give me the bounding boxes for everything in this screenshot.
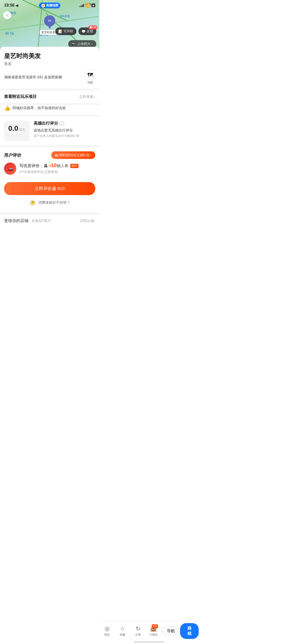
rating-desc: 该地点暂无高德出行评分 bbox=[34, 128, 95, 133]
nearby-section: 查看附近玩乐项目 立即查看 › bbox=[0, 91, 99, 105]
map-pin-icon: ✂ bbox=[44, 15, 55, 26]
review-sub-text: a**完成优质评论,已获奖励 bbox=[19, 170, 95, 174]
rating-info: 高德出行评分 i 该地点暂无高德出行评分 基于过来人的真实出行大数据计算 bbox=[34, 121, 95, 138]
shop-category: 美发 bbox=[4, 62, 95, 66]
rating-title: 高德出行评分 bbox=[34, 121, 58, 126]
store-chevron-icon: › bbox=[94, 219, 95, 223]
map-pin-triangle bbox=[48, 26, 51, 29]
star-1: ☆ bbox=[8, 134, 11, 138]
shop-header: 皇艺时尚美发 美发 湖南省娄底市涟源市 031 县道西南侧 🗺 地图 bbox=[0, 47, 99, 91]
store-section-preview: 笼络你的店铺 共有6/7用户 立即认领 › bbox=[0, 214, 99, 227]
nearby-title: 查看附近玩乐项目 bbox=[4, 94, 37, 99]
limited-badge: 限时 bbox=[70, 164, 78, 168]
signal-icon bbox=[79, 4, 84, 7]
shop-address-row: 湖南省娄底市涟源市 031 县道西南侧 🗺 地图 bbox=[4, 70, 95, 84]
review-header: 用户评价 🎟 限时抢50元立减红包 › bbox=[4, 151, 95, 159]
rating-sub: 基于过来人的真实出行大数据计算 bbox=[34, 134, 95, 138]
write-icon: 📝 bbox=[58, 30, 62, 33]
status-icons: 📶 ■ bbox=[79, 3, 95, 7]
chevron-icon: › bbox=[94, 95, 95, 99]
write-review-button[interactable]: 📝 写评价 bbox=[55, 27, 76, 35]
feedback-icon: 💬 bbox=[82, 30, 86, 33]
experience-icon: 🤔 bbox=[29, 199, 36, 206]
map-icon-button[interactable]: 🗺 地图 bbox=[85, 70, 95, 84]
info-icon[interactable]: i bbox=[60, 121, 64, 126]
location-icon: ◀ bbox=[16, 4, 18, 7]
rating-title-row: 高德出行评分 i bbox=[34, 121, 95, 126]
star-4: ☆ bbox=[19, 134, 22, 138]
write-review-card: 🚗 写优质评价，赢 ¥10丽人券 限时 a**完成优质评论,已获奖励 bbox=[4, 163, 95, 179]
map-action-buttons: 📝 写评价 💬 反馈 赢¥10 bbox=[55, 27, 96, 35]
status-time: 19:56 ◀ bbox=[4, 3, 18, 8]
rating-temp-label: 暂无 bbox=[19, 128, 25, 132]
review-section-title: 用户评价 bbox=[4, 152, 21, 158]
status-bar: 19:56 ◀ 📶 ■ bbox=[0, 0, 99, 9]
user-avatar: 🚗 bbox=[4, 163, 16, 175]
wifi-icon: 📶 bbox=[86, 3, 90, 7]
feedback-button[interactable]: 💬 反馈 赢¥10 bbox=[78, 27, 96, 35]
coupon-arrow: › bbox=[91, 153, 92, 157]
nearby-link[interactable]: 立即查看 › bbox=[79, 95, 95, 99]
cta-review-button[interactable]: 立即评价赢 ¥10 bbox=[4, 182, 95, 195]
nearby-desc: 同城好店推荐，你不知道的好去处 bbox=[12, 106, 66, 110]
map-icon: 🗺 bbox=[85, 70, 95, 80]
nearby-subtitle: 👍 同城好店推荐，你不知道的好去处 bbox=[0, 105, 99, 117]
experience-row: 🤔 消费体验好不好呀？ bbox=[4, 198, 95, 208]
rating-box: 0.0 暂无 ☆ ☆ ☆ ☆ ☆ bbox=[4, 121, 30, 141]
star-2: ☆ bbox=[11, 134, 15, 138]
review-section: 用户评价 🎟 限时抢50元立减红包 › 🚗 写优质评价，赢 ¥10丽人券 限时 … bbox=[0, 147, 99, 214]
rating-stars: ☆ ☆ ☆ ☆ ☆ bbox=[8, 134, 26, 138]
star-5: ☆ bbox=[23, 134, 26, 138]
star-3: ☆ bbox=[15, 134, 19, 138]
coupon-button[interactable]: 🎟 限时抢50元立减红包 › bbox=[51, 151, 95, 159]
rating-section: 0.0 暂无 ☆ ☆ ☆ ☆ ☆ 高德出行评分 i 该地点暂无高德出行评分 基于… bbox=[0, 117, 99, 147]
main-content: 皇艺时尚美发 美发 湖南省娄底市涟源市 031 县道西南侧 🗺 地图 查看附近玩… bbox=[0, 47, 99, 247]
reward-badge: 赢¥10 bbox=[88, 25, 97, 30]
store-claim-link[interactable]: 立即认领 › bbox=[80, 219, 95, 223]
experience-text: 消费体验好不好呀？ bbox=[38, 200, 70, 205]
coupon-icon: 🎟 bbox=[55, 153, 58, 157]
shop-name: 皇艺时尚美发 bbox=[4, 52, 95, 60]
review-incentive: 写优质评价，赢 ¥10丽人券 限时 bbox=[19, 163, 95, 169]
camera-icon: 📷 bbox=[72, 42, 76, 46]
battery-icon: ■ bbox=[91, 4, 95, 7]
store-section-title: 笼络你的店铺 共有6/7用户 bbox=[4, 218, 51, 224]
shop-address: 湖南省娄底市涟源市 031 县道西南侧 bbox=[4, 75, 82, 80]
rating-score: 0.0 bbox=[8, 124, 18, 133]
car-avatar-icon: 🚗 bbox=[4, 163, 16, 175]
back-button[interactable]: ‹ bbox=[3, 11, 11, 19]
map-icon-label: 地图 bbox=[87, 81, 93, 84]
thumb-icon: 👍 bbox=[4, 105, 10, 111]
review-content: 写优质评价，赢 ¥10丽人券 限时 a**完成优质评论,已获奖励 bbox=[19, 163, 95, 175]
